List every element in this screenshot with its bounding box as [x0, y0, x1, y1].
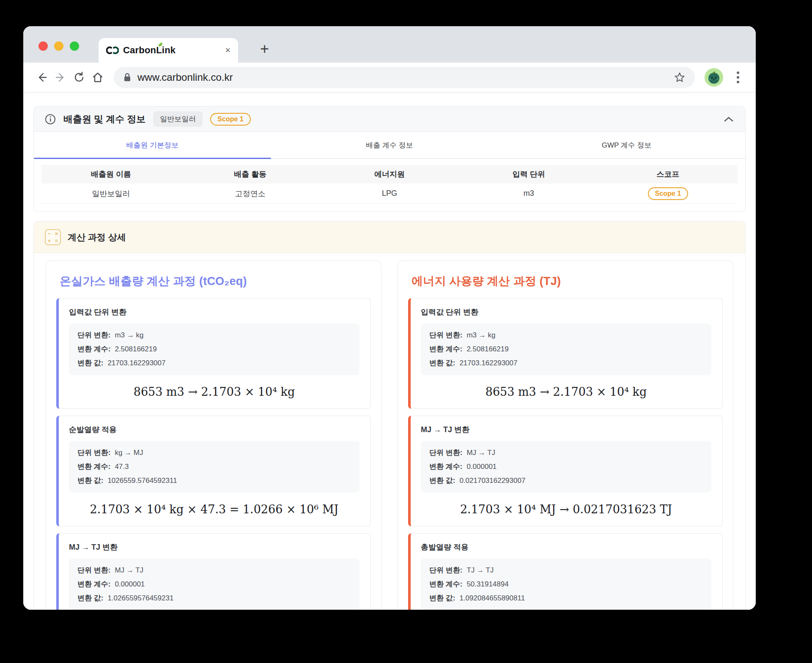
factor-value: 2.508166219	[466, 344, 508, 354]
col-header-activity: 배출 활동	[181, 169, 320, 179]
scope-badge: Scope 1	[210, 113, 250, 126]
traffic-lights	[38, 41, 79, 51]
bookmark-star-icon[interactable]	[674, 71, 686, 83]
step-formula: 8653 m3 → 2.1703 × 10⁴ kg	[69, 385, 359, 398]
tab-emission-factor-info[interactable]: 배출 계수 정보	[271, 132, 508, 158]
value-label: 변환 값:	[77, 358, 103, 368]
tab-source-basic-info[interactable]: 배출원 기본정보	[34, 132, 271, 158]
calculator-icon: −×+=	[45, 229, 61, 245]
col-header-input-unit: 입력 단위	[459, 169, 598, 179]
unit-label: 단위 변환:	[77, 448, 110, 458]
tab-close-icon[interactable]: ×	[225, 46, 230, 55]
ghg-step-2-card: 순발열량 적용 단위 변환:kg → MJ 변환 계수:47.3 변환 값:10…	[56, 416, 371, 526]
step-info-box: 단위 변환:m3 → kg 변환 계수:2.508166219 변환 값:217…	[69, 323, 359, 375]
factor-label: 변환 계수:	[77, 579, 110, 589]
energy-step-2-card: MJ → TJ 변환 단위 변환:MJ → TJ 변환 계수:0.000001 …	[408, 416, 723, 526]
step-title: 총발열량 적용	[421, 542, 711, 552]
step-title: 입력값 단위 변환	[69, 307, 359, 317]
cell-scope-badge: Scope 1	[648, 187, 688, 200]
calculation-detail-header: −×+= 계산 과정 상세	[34, 222, 745, 253]
source-name-pill: 일반보일러	[153, 111, 203, 127]
converted-value: 21703.162293007	[459, 358, 517, 368]
energy-step-3-card: 총발열량 적용 단위 변환:TJ → TJ 변환 계수:50.31914894 …	[408, 533, 723, 610]
converted-value: 1026559.5764592311	[107, 476, 177, 486]
home-button[interactable]	[88, 68, 107, 87]
address-bar[interactable]: www.carbonlink.co.kr	[114, 67, 695, 88]
calculation-detail-card: −×+= 계산 과정 상세 온실가스 배출량 계산 과정 (tCO₂eq) 입력…	[33, 221, 746, 610]
tab-title: CarbonLink	[123, 45, 176, 56]
unit-label: 단위 변환:	[429, 448, 462, 458]
step-title: MJ → TJ 변환	[69, 542, 359, 552]
step-title: 입력값 단위 변환	[421, 307, 711, 317]
tab-gwp-factor-info[interactable]: GWP 계수 정보	[508, 132, 745, 158]
value-label: 변환 값:	[429, 593, 455, 603]
browser-tab-strip: CarbonLink × +	[23, 26, 756, 63]
forward-button[interactable]	[51, 68, 70, 87]
info-tabs: 배출원 기본정보 배출 계수 정보 GWP 계수 정보	[34, 132, 745, 159]
col-header-scope: 스코프	[598, 169, 738, 179]
new-tab-button[interactable]: +	[260, 41, 269, 57]
reload-button[interactable]	[70, 68, 88, 87]
step-info-box: 단위 변환:TJ → TJ 변환 계수:50.31914894 변환 값:1.0…	[421, 559, 711, 610]
converted-value: 1.092084655890811	[459, 593, 525, 603]
browser-menu-icon[interactable]	[730, 69, 746, 86]
factor-label: 변환 계수:	[429, 462, 462, 472]
screenshot-stage: CarbonLink × +	[0, 0, 812, 663]
unit-value: kg → MJ	[115, 448, 143, 458]
factor-value: 50.31914894	[466, 579, 508, 589]
step-formula: 2.1703 × 10⁴ MJ → 0.0217031623 TJ	[421, 503, 711, 516]
window-maximize-button[interactable]	[70, 41, 79, 51]
profile-avatar[interactable]	[704, 68, 724, 87]
source-table: 배출원 이름 배출 활동 에너지원 입력 단위 스코프 일반보일러 고정연소 L…	[41, 165, 738, 204]
cell-input-unit: m3	[459, 189, 598, 198]
window-minimize-button[interactable]	[54, 41, 63, 51]
info-icon	[45, 114, 56, 125]
emission-source-header: 배출원 및 계수 정보 일반보일러 Scope 1	[34, 107, 745, 132]
ghg-step-3-card: MJ → TJ 변환 단위 변환:MJ → TJ 변환 계수:0.000001 …	[56, 533, 371, 610]
factor-value: 47.3	[115, 462, 129, 472]
converted-value: 0.021703162293007	[459, 476, 525, 486]
unit-label: 단위 변환:	[77, 565, 110, 575]
calculation-detail-title: 계산 과정 상세	[68, 231, 126, 243]
factor-value: 0.000001	[115, 579, 145, 589]
section-title: 배출원 및 계수 정보	[63, 113, 145, 126]
calculation-columns: 온실가스 배출량 계산 과정 (tCO₂eq) 입력값 단위 변환 단위 변환:…	[34, 253, 745, 610]
carbonlink-logo-icon	[106, 46, 119, 55]
collapse-chevron-up-icon[interactable]	[723, 116, 734, 123]
energy-calculation-column: 에너지 사용량 계산 과정 (TJ) 입력값 단위 변환 단위 변환:m3 → …	[398, 260, 733, 610]
step-info-box: 단위 변환:MJ → TJ 변환 계수:0.000001 변환 값:0.0217…	[421, 441, 711, 493]
unit-value: m3 → kg	[115, 330, 143, 340]
browser-window: CarbonLink × +	[23, 26, 756, 610]
unit-value: TJ → TJ	[466, 565, 494, 575]
value-label: 변환 값:	[77, 476, 103, 486]
back-button[interactable]	[33, 68, 51, 87]
url-text[interactable]: www.carbonlink.co.kr	[137, 71, 668, 83]
emission-source-card: 배출원 및 계수 정보 일반보일러 Scope 1 배출원 기본정보 배출 계수…	[33, 106, 746, 212]
ghg-column-title: 온실가스 배출량 계산 과정 (tCO₂eq)	[60, 274, 371, 289]
unit-label: 단위 변환:	[429, 565, 462, 575]
step-info-box: 단위 변환:m3 → kg 변환 계수:2.508166219 변환 값:217…	[421, 323, 711, 375]
unit-value: MJ → TJ	[115, 565, 143, 575]
factor-value: 2.508166219	[115, 344, 156, 354]
factor-label: 변환 계수:	[77, 344, 110, 354]
unit-label: 단위 변환:	[429, 330, 462, 340]
browser-tab[interactable]: CarbonLink ×	[99, 38, 238, 63]
col-header-energy: 에너지원	[320, 169, 459, 179]
energy-step-1-card: 입력값 단위 변환 단위 변환:m3 → kg 변환 계수:2.50816621…	[408, 298, 723, 409]
ghg-calculation-column: 온실가스 배출량 계산 과정 (tCO₂eq) 입력값 단위 변환 단위 변환:…	[46, 260, 381, 610]
step-info-box: 단위 변환:kg → MJ 변환 계수:47.3 변환 값:1026559.57…	[69, 441, 359, 493]
step-info-box: 단위 변환:MJ → TJ 변환 계수:0.000001 변환 값:1.0265…	[69, 559, 359, 610]
value-label: 변환 값:	[77, 593, 103, 603]
browser-toolbar: www.carbonlink.co.kr	[23, 63, 756, 92]
energy-column-title: 에너지 사용량 계산 과정 (TJ)	[411, 274, 723, 289]
converted-value: 1.026559576459231	[107, 593, 173, 603]
factor-value: 0.000001	[466, 462, 497, 472]
cell-activity: 고정연소	[181, 189, 320, 199]
window-close-button[interactable]	[38, 41, 48, 51]
lock-icon	[123, 72, 132, 82]
value-label: 변환 값:	[429, 358, 455, 368]
ghg-step-1-card: 입력값 단위 변환 단위 변환:m3 → kg 변환 계수:2.50816621…	[56, 298, 371, 409]
factor-label: 변환 계수:	[77, 462, 110, 472]
unit-value: m3 → kg	[466, 330, 495, 340]
col-header-source-name: 배출원 이름	[41, 169, 181, 179]
